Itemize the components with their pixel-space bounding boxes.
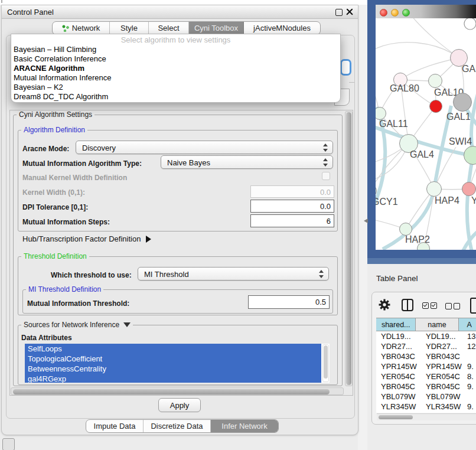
table-row[interactable]: YBR043CYBR043C <box>376 351 476 361</box>
network-node-y[interactable] <box>462 182 476 196</box>
column-header-shared...[interactable]: shared... <box>376 318 416 331</box>
close-traffic-light-icon[interactable] <box>380 9 387 17</box>
network-node[interactable] <box>453 93 472 112</box>
dpi-tolerance-input[interactable]: 0.0 <box>250 200 334 213</box>
tab-infer-network[interactable]: Infer Network <box>211 420 278 432</box>
tab-label: Style <box>120 24 138 32</box>
table-row[interactable]: YBR045CYBR045C9. <box>376 381 476 392</box>
select-all-icon[interactable] <box>422 302 429 309</box>
column-header-A[interactable]: A <box>459 318 476 331</box>
settings-vscrollbar-track[interactable] <box>345 111 353 386</box>
mi-threshold-input[interactable]: 0.5 <box>248 295 330 309</box>
column-header-name[interactable]: name <box>416 318 458 331</box>
table-cell: YBR045C <box>419 382 464 391</box>
table-row[interactable]: YBL079WYBL079W <box>376 392 476 402</box>
table-cell: 13 <box>464 332 475 341</box>
split-pane-icon[interactable] <box>402 299 413 311</box>
data-attribute-item[interactable]: gal4RGexp <box>25 374 321 383</box>
table-row[interactable]: YLR345WYLR345W9. <box>376 402 476 412</box>
mi-type-select[interactable]: Naive Bayes <box>161 155 333 169</box>
deselect-all-icon[interactable] <box>454 303 460 309</box>
zoom-traffic-light-icon[interactable] <box>402 9 410 17</box>
tab-discretize-data[interactable]: Discretize Data <box>144 420 211 432</box>
tab-style[interactable]: Style <box>110 22 149 34</box>
apply-button[interactable]: Apply <box>158 398 201 412</box>
which-threshold-select[interactable]: MI Threshold <box>138 267 329 281</box>
table-cell: YLR345W <box>419 402 464 411</box>
table-row[interactable]: YER054CYER054C8. <box>376 371 476 381</box>
network-node-gal10[interactable] <box>428 74 442 88</box>
cyni-settings-group-title: Cyni Algorithm Settings <box>17 111 94 118</box>
data-attribute-item[interactable]: SelfLoops <box>25 344 321 354</box>
table-cell: 8. <box>464 372 474 381</box>
algorithm-option[interactable]: Basic Correlation Inference <box>11 54 340 64</box>
mi-type-value: Naive Bayes <box>167 158 210 167</box>
kernel-width-input[interactable]: 0.0 <box>250 185 334 198</box>
manual-kernel-checkbox[interactable] <box>322 172 330 180</box>
node-label: GAL1 <box>446 112 471 122</box>
deselect-all-icon[interactable] <box>445 303 452 309</box>
list-scrollbar-thumb[interactable] <box>324 345 328 379</box>
gear-icon[interactable] <box>379 298 390 311</box>
table-icon[interactable] <box>470 298 476 314</box>
table-hscrollbar-thumb[interactable] <box>379 415 413 419</box>
mi-steps-input[interactable]: 6 <box>250 214 334 227</box>
network-canvas[interactable]: GALGAL80GAL10GAL1GAL11GAL4SWI4GCY1HAP4YH… <box>376 18 476 250</box>
splitter-collapse-icon[interactable] <box>364 219 368 223</box>
tab-jactivemnodules[interactable]: jActiveMNodules <box>244 22 320 34</box>
table-cell: YPR145W <box>419 362 464 371</box>
control-panel-titlebar: Control Panel <box>2 5 358 19</box>
minimize-traffic-light-icon[interactable] <box>391 9 399 17</box>
table-cell: YBR045C <box>376 382 419 391</box>
table-hscrollbar-track[interactable] <box>377 413 476 420</box>
settings-vscrollbar-thumb[interactable] <box>346 112 351 385</box>
settings-hscrollbar-thumb[interactable] <box>13 389 330 394</box>
tab-impute-data[interactable]: Impute Data <box>86 420 144 432</box>
manual-kernel-label: Manual Kernel Width Definition <box>22 174 127 182</box>
table-cell: YER054C <box>376 372 419 381</box>
collapse-down-icon <box>123 322 131 327</box>
table-row[interactable]: YDL19...YDL19...13 <box>376 331 476 341</box>
data-attributes-list[interactable]: SelfLoopsTopologicalCoefficientBetweenne… <box>25 344 330 383</box>
tab-label: jActiveMNodules <box>253 24 311 32</box>
algorithm-option[interactable]: Bayesian – K2 <box>11 83 340 92</box>
mi-threshold-label: Mutual Information Threshold: <box>27 299 129 308</box>
algorithm-option[interactable]: Bayesian – Hill Climbing <box>11 45 340 54</box>
data-attribute-item[interactable]: BetweennessCentrality <box>25 364 321 374</box>
tab-cyni-toolbox[interactable]: Cyni Toolbox <box>189 22 244 34</box>
dpi-tolerance-label: DPI Tolerance [0,1]: <box>22 203 88 211</box>
network-node-gal1[interactable] <box>429 100 442 113</box>
tab-network[interactable]: Network <box>53 22 110 34</box>
table-cell: YDR27... <box>419 342 464 351</box>
algorithm-option[interactable]: Dream8 DC_TDC Algorithm <box>11 92 340 102</box>
table-cell: YDR27... <box>376 342 419 351</box>
settings-hscrollbar-track[interactable] <box>11 387 344 395</box>
table-row[interactable]: YDR27...YDR27...12 <box>376 341 476 351</box>
list-scrollbar-track[interactable] <box>322 344 329 382</box>
table-cell: 9. <box>464 382 474 391</box>
screen: Control Panel NetworkStyleSelectCyni Too… <box>0 0 476 450</box>
close-panel-icon[interactable] <box>346 8 353 15</box>
data-attribute-item[interactable]: TopologicalCoefficient <box>25 354 321 364</box>
tab-select[interactable]: Select <box>149 22 189 34</box>
threshold-definition-title: Threshold Definition <box>21 253 89 260</box>
aracne-mode-select[interactable]: Discovery <box>76 141 333 154</box>
table-row[interactable]: YPR145WYPR145W9. <box>376 361 476 371</box>
combo-arrows-icon <box>323 144 328 152</box>
algorithm-option[interactable]: ARACNE Algorithm <box>11 64 340 73</box>
network-node-hap2[interactable] <box>399 223 412 236</box>
hub-definition-expander[interactable]: Hub/Transcription Factor Definition <box>22 234 151 243</box>
expand-right-icon <box>146 236 151 243</box>
algorithm-options-list: Bayesian – Hill ClimbingBasic Correlatio… <box>11 45 340 102</box>
sources-title: Sources for Network Inference <box>24 321 119 328</box>
node-label: HAP4 <box>435 195 459 206</box>
table-cell: YDL19... <box>376 332 419 341</box>
inference-algorithm-combo-fragment[interactable] <box>340 59 351 76</box>
collapsed-panel-icon[interactable] <box>2 438 15 450</box>
sources-expander[interactable]: Sources for Network Inference <box>21 321 133 328</box>
algorithm-option[interactable]: Mutual Information Inference <box>11 73 340 83</box>
select-all-icon[interactable] <box>431 302 437 309</box>
mi-type-label: Mutual Information Algorithm Type: <box>22 159 142 168</box>
network-node-hap4[interactable] <box>426 181 442 197</box>
float-window-icon[interactable] <box>335 9 343 16</box>
